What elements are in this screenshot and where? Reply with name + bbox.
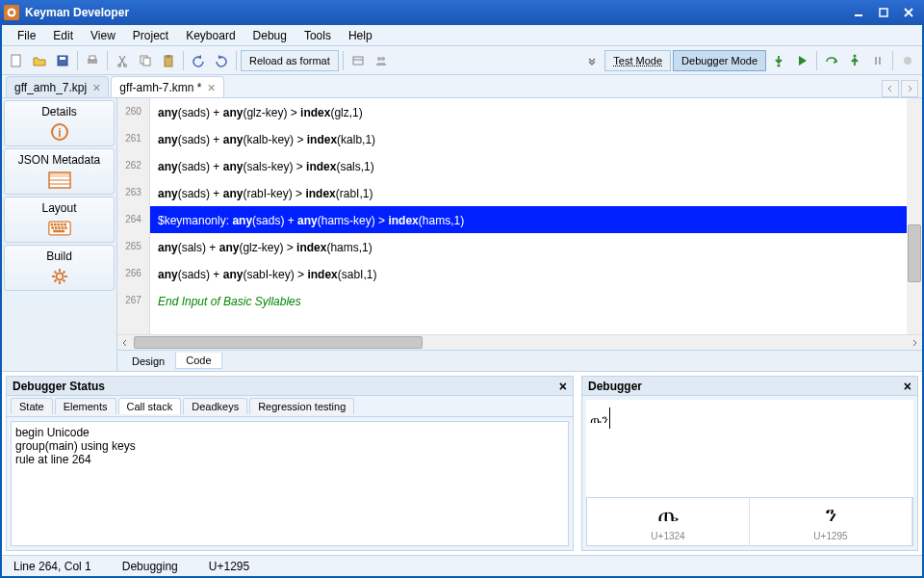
window-title: Keyman Developer (25, 6, 847, 19)
undo-button[interactable] (188, 50, 209, 71)
char-cell[interactable]: ጤU+1324 (587, 498, 750, 545)
cut-button[interactable] (112, 50, 133, 71)
code-line[interactable]: any(sads) + any(kalb-key) > index(kalb,1… (150, 125, 907, 152)
code-line[interactable]: any(sads) + any(sabI-key) > index(sabI,1… (150, 260, 907, 287)
menu-file[interactable]: File (10, 27, 43, 44)
code-line[interactable]: $keymanonly: any(sads) + any(hams-key) >… (150, 206, 907, 233)
file-tab[interactable]: gff-amh-7.kmn *× (111, 76, 223, 97)
menu-project[interactable]: Project (125, 27, 176, 44)
debugger-status-tab[interactable]: State (11, 398, 53, 414)
code-line[interactable]: any(sads) + any(rabI-key) > index(rabI,1… (150, 179, 907, 206)
char-cell[interactable]: ንU+1295 (750, 498, 912, 545)
horizontal-scrollbar[interactable] (117, 334, 922, 350)
minimize-button[interactable] (847, 4, 870, 21)
code-line[interactable]: any(sals) + any(glz-key) > index(hams,1) (150, 233, 907, 260)
open-file-button[interactable] (29, 50, 50, 71)
tab-nav-right[interactable] (901, 80, 918, 97)
close-debugger[interactable]: × (904, 379, 911, 394)
print-button[interactable] (82, 50, 103, 71)
line-number: 267 (117, 287, 149, 314)
close-debugger-status[interactable]: × (559, 379, 567, 394)
file-tab[interactable]: gff_amh_7.kpj× (6, 76, 109, 97)
code-line[interactable]: any(sads) + any(sals-key) > index(sals,1… (150, 152, 907, 179)
debugger-status-tab[interactable]: Call stack (118, 398, 182, 414)
menu-view[interactable]: View (83, 27, 123, 44)
svg-rect-2 (855, 14, 862, 16)
debugger-status-tab[interactable]: Regression testing (249, 398, 354, 414)
tab-nav-left[interactable] (882, 80, 899, 97)
svg-point-23 (904, 57, 911, 65)
svg-line-47 (54, 272, 56, 274)
debug-step-over-button[interactable] (821, 50, 842, 71)
status-char: U+1295 (205, 560, 253, 573)
code-line[interactable]: End Input of Basic Syllables (150, 287, 907, 314)
maximize-button[interactable] (872, 4, 895, 21)
dropdown-indicator[interactable] (581, 50, 603, 71)
redo-button[interactable] (211, 50, 232, 71)
char-glyph: ጤ (657, 502, 679, 527)
status-mode: Debugging (118, 560, 182, 573)
line-number: 262 (117, 152, 149, 179)
debugger-status-tab[interactable]: Elements (55, 398, 116, 414)
code-editor[interactable]: 260261262263264265266267 any(sads) + any… (117, 98, 922, 334)
close-tab-button[interactable]: × (92, 81, 100, 94)
char-code: U+1324 (651, 531, 684, 541)
svg-rect-36 (51, 226, 54, 229)
menu-keyboard[interactable]: Keyboard (178, 27, 243, 44)
code-line[interactable]: any(sads) + any(glz-key) > index(glz,1) (150, 98, 907, 125)
menubar: FileEditViewProjectKeyboardDebugToolsHel… (2, 25, 922, 46)
sidebar-item-layout[interactable]: Layout (4, 197, 115, 243)
callstack-line: group(main) using keys (15, 439, 564, 453)
svg-rect-31 (50, 223, 53, 226)
view-tab-code[interactable]: Code (175, 353, 221, 369)
svg-line-50 (54, 280, 56, 282)
close-tab-button[interactable]: × (208, 81, 216, 94)
line-number: 264 (117, 206, 149, 233)
sidebar-item-label: Build (46, 250, 72, 263)
layout-icon-button[interactable] (347, 50, 369, 71)
save-button[interactable] (52, 50, 73, 71)
json-metadata-icon (48, 171, 71, 190)
svg-rect-41 (53, 230, 64, 233)
sidebar-item-label: JSON Metadata (18, 153, 100, 167)
menu-debug[interactable]: Debug (245, 27, 295, 44)
vertical-scrollbar[interactable] (907, 98, 922, 334)
menu-help[interactable]: Help (341, 27, 380, 44)
paste-button[interactable] (158, 50, 179, 71)
line-number: 261 (117, 125, 149, 152)
view-tab-design[interactable]: Design (121, 353, 175, 370)
copy-button[interactable] (135, 50, 156, 71)
status-position: Line 264, Col 1 (10, 560, 95, 573)
debugger-output[interactable]: ጤን (586, 400, 913, 497)
debugger-title: Debugger (588, 380, 642, 393)
svg-point-1 (10, 11, 14, 15)
debug-step-in-button[interactable] (768, 50, 789, 71)
editor-bottom-tabs: DesignCode (117, 350, 922, 371)
debugger-panel: Debugger × ጤን ጤU+1324ንU+1295 (581, 376, 918, 551)
svg-rect-3 (880, 9, 887, 16)
line-number: 265 (117, 233, 149, 260)
debug-pause-button[interactable] (867, 50, 888, 71)
menu-edit[interactable]: Edit (45, 27, 81, 44)
sidebar-item-build[interactable]: Build (4, 245, 115, 291)
char-code: U+1295 (813, 531, 847, 541)
debugger-mode-button[interactable]: Debugger Mode (673, 50, 766, 71)
debugger-status-tab[interactable]: Deadkeys (183, 398, 247, 414)
debug-run-button[interactable] (791, 50, 812, 71)
reload-format-button[interactable]: Reload as format (241, 50, 339, 71)
sidebar-item-details[interactable]: Detailsi (4, 100, 115, 146)
sidebar-item-json-metadata[interactable]: JSON Metadata (4, 148, 115, 195)
close-button[interactable] (897, 4, 920, 21)
test-mode-button[interactable]: Test Mode (604, 50, 671, 71)
line-number: 266 (117, 260, 149, 287)
svg-rect-8 (90, 56, 95, 60)
svg-point-20 (854, 54, 857, 57)
debug-breakpoint-button[interactable] (897, 50, 918, 71)
new-file-button[interactable] (6, 50, 27, 71)
menu-tools[interactable]: Tools (296, 27, 339, 44)
build-icon (48, 267, 71, 286)
svg-rect-37 (54, 226, 57, 229)
users-icon-button[interactable] (371, 50, 392, 71)
debug-step-out-button[interactable] (844, 50, 865, 71)
callstack-line: begin Unicode (15, 426, 564, 439)
